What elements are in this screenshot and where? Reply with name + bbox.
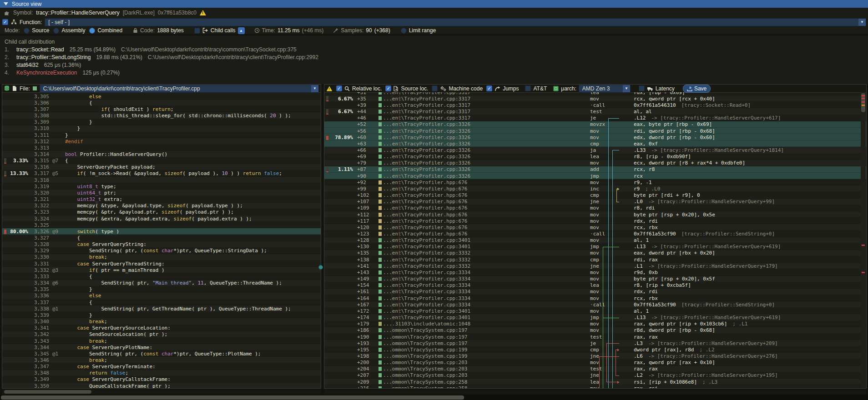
asm-row[interactable]: +109...ent\TracyProfiler.hpp:676movr8, r… xyxy=(324,205,866,211)
source-horizontal-scrollbar[interactable] xyxy=(2,390,321,394)
jumps-checkbox[interactable]: ✓ xyxy=(486,85,492,91)
source-line[interactable]: 3.33%3,315@7{ xyxy=(2,158,321,164)
mode-option-combined[interactable]: Combined xyxy=(89,27,122,34)
asm-row[interactable]: +120...ent\TracyProfiler.hpp:676movrcx, … xyxy=(324,224,866,230)
asm-row[interactable]: 78.89%+60...ent\TracyProfiler.cpp:3326mo… xyxy=(324,134,866,140)
machine-code-toggle[interactable]: Machine code xyxy=(432,85,483,92)
source-line[interactable]: 3,325 xyxy=(2,222,321,228)
source-line[interactable]: 3,327 { xyxy=(2,235,321,241)
source-line[interactable]: 3,324 memcpy( &extra, &payload.extra, si… xyxy=(2,215,321,222)
source-line[interactable]: 3,332@3 if( ptr == m_mainThread ) xyxy=(2,267,321,273)
assembly-vertical-scrollbar[interactable] xyxy=(861,92,866,388)
source-loc-checkbox[interactable]: ✓ xyxy=(385,85,391,91)
source-line[interactable]: 3,308 std::this_thread::sleep_for( std::… xyxy=(2,112,321,119)
asm-row[interactable]: +56...ent\TracyProfiler.cpp:3326movrdi, … xyxy=(324,128,866,134)
asm-row[interactable]: +216...ommon\TracySystem.cpp:258movrax, … xyxy=(324,385,866,388)
source-line[interactable]: 3,335 } xyxy=(2,286,321,293)
panel-splitter-grip[interactable] xyxy=(318,265,323,270)
asm-row[interactable]: +63...ent\TracyProfiler.cpp:3326cmpeax, … xyxy=(324,140,866,147)
chevron-down-icon[interactable]: ▼ xyxy=(311,85,318,92)
source-line[interactable]: 3,323 memcpy( &ptr, &payload.ptr, sizeof… xyxy=(2,209,321,215)
asm-row[interactable]: +164...ent\TracyProfiler.cpp:3334movrcx,… xyxy=(324,295,866,301)
save-button[interactable]: Save xyxy=(683,85,711,93)
relative-loc-checkbox[interactable]: ✓ xyxy=(336,85,342,91)
source-line[interactable]: 3,305 else xyxy=(2,93,321,100)
collapse-icon[interactable] xyxy=(4,2,8,5)
source-line[interactable]: 3,340 break; xyxy=(2,318,321,325)
source-line[interactable]: 3,306 { xyxy=(2,100,321,106)
asm-row[interactable]: +92...ent\TracyProfiler.hpp:676movr9, -1 xyxy=(324,179,866,185)
asm-row[interactable]: +52...ent\TracyProfiler.cpp:3326movzxeax… xyxy=(324,121,866,128)
asm-row[interactable]: +117...ent\TracyProfiler.hpp:676movrdx, … xyxy=(324,218,866,224)
asm-row[interactable]: +209...ommon\TracySystem.cpp:258learsi, … xyxy=(324,379,866,385)
source-line[interactable]: 13.33%3,317@5 if( !m_sock->Read( &payloa… xyxy=(2,170,321,177)
asm-row[interactable]: +135...ent\TracyProfiler.cpp:3332moveax,… xyxy=(324,250,866,256)
source-line[interactable]: 3,331 case ServerQueryThreadString: xyxy=(2,260,321,267)
limit-range-toggle[interactable]: Limit range xyxy=(401,27,436,34)
asm-row[interactable]: +123...ent\TracyProfiler.hpp:676·call0x7… xyxy=(324,230,866,237)
source-line[interactable]: 3,311} xyxy=(2,132,321,138)
asm-row[interactable]: +198...ommon\TracySystem.cpp:199jne.L6->… xyxy=(324,353,866,359)
asm-row[interactable]: +128...ent\TracyProfiler.cpp:3401moval, … xyxy=(324,237,866,244)
asm-row[interactable]: +79...ent\TracyProfiler.cpp:3326movecx, … xyxy=(324,160,866,166)
source-line[interactable]: 3,321 uint32_t extra; xyxy=(2,196,321,203)
asm-row[interactable]: +31...ent\TracyProfiler.cpp:3317leardx, … xyxy=(324,92,866,95)
source-line[interactable]: 3,330 break; xyxy=(2,254,321,260)
source-line[interactable]: 3,314bool Profiler::HandleServerQuery() xyxy=(2,151,321,157)
scrollbar-thumb[interactable] xyxy=(4,390,91,394)
source-line[interactable]: 3,339 } xyxy=(2,312,321,318)
source-loc-toggle[interactable]: ✓ Source loc. xyxy=(385,85,428,92)
asm-row[interactable]: +179....31103\include\atomic:1048movrax,… xyxy=(324,321,866,327)
scrollbar-thumb[interactable] xyxy=(1,395,464,400)
asm-row[interactable]: +200...ommon\TracySystem.cpp:203movrax, … xyxy=(324,360,866,366)
mode-option-assembly[interactable]: Assembly xyxy=(53,27,85,34)
source-line[interactable]: 3,328 case ServerQueryString: xyxy=(2,241,321,248)
asm-row[interactable]: +66...ent\TracyProfiler.cpp:3326ja.L33->… xyxy=(324,147,866,153)
asm-row[interactable]: +174...ent\TracyProfiler.cpp:3401jmp.L13… xyxy=(324,314,866,320)
asm-row[interactable]: +204...ommon\TracySystem.cpp:203testrax,… xyxy=(324,366,866,372)
source-line[interactable]: 3,341 case ServerQuerySourceLocation: xyxy=(2,325,321,331)
asm-row[interactable]: +161...ent\TracyProfiler.cpp:3334movrdx,… xyxy=(324,289,866,295)
child-call-row[interactable]: 3.stat64i32625 μs (1.36%) xyxy=(5,61,868,69)
radio-icon[interactable] xyxy=(89,28,95,34)
machine-code-checkbox[interactable] xyxy=(432,85,438,91)
uarch-combo[interactable]: AMD Zen 3 ▼ xyxy=(579,85,631,93)
function-combo[interactable]: [ - self - ] ▼ xyxy=(45,18,866,26)
source-line[interactable]: 3,307 if( shouldExit ) return; xyxy=(2,106,321,112)
asm-row[interactable]: 1.11%+87...ent\TracyProfiler.cpp:3326add… xyxy=(324,166,866,173)
limit-range-checkbox[interactable] xyxy=(401,28,407,34)
source-line[interactable]: 3,344 case ServerQueryPlotName: xyxy=(2,344,321,350)
chevron-down-icon[interactable]: ▼ xyxy=(858,19,866,26)
source-line[interactable]: 3,336 else xyxy=(2,293,321,299)
asm-row[interactable]: +112...ent\TracyProfiler.hpp:676movbyte … xyxy=(324,211,866,218)
source-line[interactable]: 3,338@1 SendString( ptr, GetThreadName( … xyxy=(2,305,321,312)
source-line[interactable]: 80.00%3,326@9 switch( type ) xyxy=(2,228,321,235)
asm-row[interactable]: 6.67%+44...ent\TracyProfiler.cpp:3317tes… xyxy=(324,108,866,115)
source-line[interactable]: 3,334@6 SendString( ptr, "Main thread", … xyxy=(2,280,321,286)
asm-row[interactable]: +39...ent\TracyProfiler.cpp:3317·call0x7… xyxy=(324,102,866,108)
asm-row[interactable]: +167...ent\TracyProfiler.cpp:3334·call0x… xyxy=(324,301,866,308)
att-checkbox[interactable] xyxy=(525,85,531,91)
asm-row[interactable]: +149...ent\TracyProfiler.cpp:3334movbyte… xyxy=(324,276,866,282)
source-line[interactable]: 3,347 case ServerQueryTerminate: xyxy=(2,364,321,370)
jumps-toggle[interactable]: ✓ Jumps xyxy=(486,85,519,92)
source-line[interactable]: 3,345@1 SendString( ptr, (const char*)pt… xyxy=(2,350,321,357)
latency-checkbox[interactable] xyxy=(639,85,645,91)
att-toggle[interactable]: AT&T xyxy=(525,85,547,92)
chevron-down-icon[interactable]: ▼ xyxy=(623,85,630,92)
asm-row[interactable]: +138...ent\TracyProfiler.cpp:3332cmprdi,… xyxy=(324,256,866,263)
source-line[interactable]: 3,316 ServerQueryPacket payload; xyxy=(2,164,321,170)
child-calls-toggle[interactable]: Child calls ▲ xyxy=(194,27,245,34)
radio-icon[interactable] xyxy=(53,28,59,34)
asm-row[interactable]: +90...ent\TracyProfiler.cpp:3326jmprcx xyxy=(324,173,866,179)
child-calls-checkbox[interactable] xyxy=(194,28,200,34)
asm-row[interactable]: +195...ommon\TracySystem.cpp:199cmpdword… xyxy=(324,346,866,353)
asm-row[interactable]: +141...ent\TracyProfiler.cpp:3332jne.L1-… xyxy=(324,263,866,269)
child-call-row[interactable]: 1.tracy::Socket::Read25.25 ms (54.89%)C:… xyxy=(5,46,868,54)
child-call-row[interactable]: 4.KeSynchronizeExecution125 μs (0.27%) xyxy=(5,69,868,77)
asm-row[interactable]: +130...ent\TracyProfiler.cpp:3401jmp.L13… xyxy=(324,244,866,250)
file-combo[interactable]: C:\Users\wolf\Desktop\darkrl\contrib\tra… xyxy=(40,85,319,93)
source-line[interactable]: 3,348 return false; xyxy=(2,370,321,376)
source-line[interactable]: 3,313 xyxy=(2,145,321,151)
mode-option-source[interactable]: Source xyxy=(24,27,49,34)
